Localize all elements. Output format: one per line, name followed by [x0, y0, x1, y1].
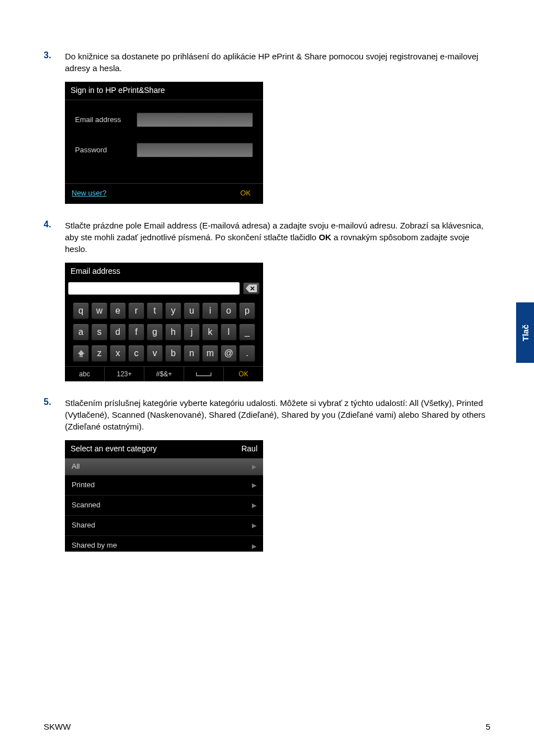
keyboard-title: Email address [65, 263, 263, 281]
step-4-text: Stlačte prázdne pole Email address (E-ma… [65, 220, 490, 255]
page-number: 5 [486, 722, 490, 731]
key-at[interactable]: @ [221, 345, 237, 362]
categories-title: Select an event category [71, 444, 157, 455]
key-j[interactable]: j [184, 324, 200, 340]
keyboard-abc-button[interactable]: abc [65, 367, 105, 381]
step-number-3: 3. [44, 50, 65, 209]
new-user-link[interactable]: New user? [72, 188, 106, 198]
step-5-text: Stlačením príslušnej kategórie vyberte k… [65, 397, 490, 432]
shift-key[interactable] [73, 345, 89, 362]
keyboard-row-1: q w e r t y u i o p [67, 302, 261, 319]
key-c[interactable]: c [128, 345, 144, 362]
key-y[interactable]: y [165, 302, 181, 319]
chevron-right-icon: ▶ [252, 463, 256, 471]
password-field[interactable] [137, 143, 253, 157]
key-m[interactable]: m [202, 345, 218, 362]
category-scanned[interactable]: Scanned ▶ [65, 496, 263, 516]
keyboard-row-2: a s d f g h j k l _ [67, 324, 261, 340]
key-o[interactable]: o [221, 302, 237, 319]
key-g[interactable]: g [147, 324, 163, 340]
key-u[interactable]: u [184, 302, 200, 319]
categories-screenshot: Select an event category Raul All ▶ Prin… [65, 440, 263, 552]
key-a[interactable]: a [73, 324, 89, 340]
key-t[interactable]: t [147, 302, 163, 319]
category-shared-by-me[interactable]: Shared by me ▶ [65, 536, 263, 552]
key-n[interactable]: n [184, 345, 200, 362]
side-tab: Tlač [516, 302, 534, 363]
key-e[interactable]: e [110, 302, 126, 319]
keyboard-symbols-button[interactable]: #$&+ [144, 367, 184, 381]
svg-rect-0 [79, 356, 83, 357]
keyboard-ok-button[interactable]: OK [224, 367, 263, 381]
keyboard-screenshot: Email address q w [65, 263, 263, 382]
footer-left: SKWW [44, 722, 71, 731]
side-tab-label: Tlač [520, 324, 530, 341]
chevron-right-icon: ▶ [252, 501, 256, 510]
category-printed[interactable]: Printed ▶ [65, 475, 263, 496]
key-f[interactable]: f [128, 324, 144, 340]
key-w[interactable]: w [91, 302, 107, 319]
keyboard-123-button[interactable]: 123+ [105, 367, 144, 381]
key-v[interactable]: v [147, 345, 163, 362]
key-k[interactable]: k [202, 324, 218, 340]
categories-user: Raul [241, 444, 257, 455]
chevron-right-icon: ▶ [252, 542, 256, 550]
backspace-key[interactable] [243, 282, 260, 295]
email-label: Email address [75, 115, 137, 125]
step-number-4: 4. [44, 220, 65, 388]
key-l[interactable]: l [221, 324, 237, 340]
step-number-5: 5. [44, 397, 65, 557]
signin-title: Sign in to HP ePrint&Share [65, 82, 263, 100]
keyboard-input[interactable] [68, 282, 240, 295]
key-r[interactable]: r [128, 302, 144, 319]
signin-screenshot: Sign in to HP ePrint&Share Email address… [65, 82, 263, 204]
chevron-right-icon: ▶ [252, 481, 256, 489]
password-label: Password [75, 145, 137, 155]
chevron-right-icon: ▶ [252, 521, 256, 530]
key-q[interactable]: q [73, 302, 89, 319]
key-d[interactable]: d [110, 324, 126, 340]
key-x[interactable]: x [110, 345, 126, 362]
keyboard-row-3: z x c v b n m @ . [67, 345, 261, 362]
key-period[interactable]: . [239, 345, 255, 362]
category-all[interactable]: All ▶ [65, 459, 263, 475]
key-h[interactable]: h [165, 324, 181, 340]
key-p[interactable]: p [239, 302, 255, 319]
step-3-text: Do knižnice sa dostanete po prihlásení d… [65, 50, 490, 74]
key-z[interactable]: z [91, 345, 107, 362]
email-field[interactable] [137, 113, 253, 127]
keyboard-space-button[interactable] [184, 367, 224, 381]
signin-ok-button[interactable]: OK [235, 187, 256, 199]
key-s[interactable]: s [91, 324, 107, 340]
key-i[interactable]: i [202, 302, 218, 319]
key-b[interactable]: b [165, 345, 181, 362]
category-shared[interactable]: Shared ▶ [65, 516, 263, 536]
key-underscore[interactable]: _ [239, 324, 255, 340]
